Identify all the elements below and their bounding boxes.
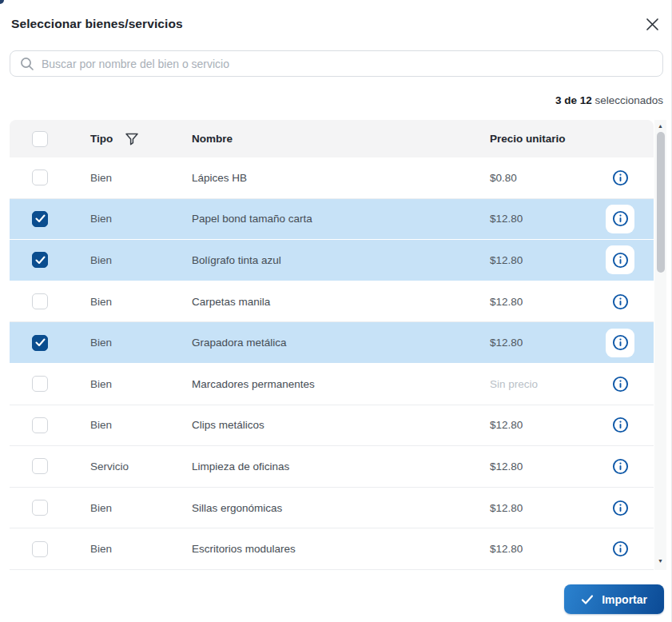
checkmark-icon [35, 214, 46, 223]
info-button[interactable] [606, 369, 634, 398]
row-tipo: Bien [90, 543, 192, 555]
row-precio: Sin precio [490, 378, 587, 390]
corner-artifact [0, 0, 4, 4]
row-nombre: Sillas ergonómicas [192, 502, 490, 514]
info-button[interactable] [606, 205, 634, 233]
row-precio: $12.80 [490, 543, 587, 555]
select-all-checkbox[interactable] [32, 131, 48, 147]
filter-icon[interactable] [125, 132, 139, 146]
row-precio: $12.80 [490, 419, 587, 431]
table-row[interactable]: Bien Carpetas manila $12.80 [10, 281, 654, 323]
row-nombre: Marcadores permanentes [192, 378, 490, 390]
header-tipo: Tipo [90, 132, 192, 146]
info-icon [612, 252, 629, 269]
row-checkbox[interactable] [32, 376, 48, 392]
import-button[interactable]: Importar [564, 584, 664, 614]
info-button[interactable] [606, 163, 634, 192]
checkmark-icon [35, 256, 46, 265]
row-checkbox[interactable] [32, 541, 48, 557]
row-precio: $12.80 [490, 254, 587, 266]
row-tipo: Bien [90, 172, 192, 184]
row-precio: $12.80 [490, 337, 587, 349]
table-row[interactable]: Bien Bolígrafo tinta azul $12.80 [10, 240, 654, 281]
row-nombre: Grapadora metálica [192, 337, 490, 349]
selection-count: 3 de 12 [555, 94, 592, 106]
table-row[interactable]: Bien Lápices HB $0.80 [10, 157, 654, 199]
header-nombre: Nombre [192, 133, 490, 145]
info-icon [612, 500, 629, 516]
table-row[interactable]: Servicio Limpieza de oficinas $12.80 [10, 446, 654, 488]
check-icon [581, 594, 594, 605]
search-input[interactable] [42, 58, 653, 70]
info-icon [612, 458, 629, 475]
info-icon [612, 417, 629, 433]
table-row[interactable]: Bien Grapadora metálica $12.80 [10, 322, 654, 364]
select-goods-modal: Seleccionar bienes/servicios 3 de 12 sel… [0, 0, 672, 622]
row-checkbox[interactable] [32, 500, 48, 516]
items-table: Tipo Nombre Precio unitario Bien Lápices… [10, 120, 654, 570]
info-button[interactable] [606, 535, 634, 564]
row-nombre: Lápices HB [192, 172, 490, 184]
row-precio: $12.80 [490, 461, 587, 472]
row-nombre: Escritorios modulares [192, 543, 490, 555]
row-precio: $12.80 [490, 296, 587, 308]
row-tipo: Bien [90, 378, 192, 390]
table-row[interactable]: Bien Escritorios modulares $12.80 [10, 528, 654, 570]
row-precio: $12.80 [490, 502, 587, 514]
header-tipo-label: Tipo [90, 133, 113, 145]
info-button[interactable] [606, 245, 634, 274]
row-nombre: Papel bond tamaño carta [192, 213, 490, 225]
row-checkbox[interactable] [32, 458, 48, 474]
selection-summary: 3 de 12 seleccionados [555, 94, 663, 106]
info-icon [612, 169, 629, 186]
info-icon [612, 210, 629, 227]
scroll-down-icon[interactable]: ▼ [654, 557, 666, 565]
row-tipo: Bien [90, 213, 192, 225]
info-button[interactable] [606, 411, 634, 440]
row-checkbox[interactable] [32, 252, 48, 268]
row-tipo: Bien [90, 337, 192, 349]
checkmark-icon [35, 338, 46, 347]
search-box[interactable] [10, 50, 663, 77]
vertical-scrollbar[interactable]: ▲ ▼ [654, 120, 666, 570]
table-row[interactable]: Bien Sillas ergonómicas $12.80 [10, 488, 654, 529]
info-button[interactable] [606, 329, 634, 357]
row-tipo: Bien [90, 296, 192, 308]
row-checkbox[interactable] [32, 417, 48, 433]
row-checkbox[interactable] [32, 335, 48, 351]
modal-title: Seleccionar bienes/servicios [11, 17, 183, 31]
row-nombre: Bolígrafo tinta azul [192, 254, 490, 266]
info-icon [612, 376, 629, 393]
row-checkbox[interactable] [32, 293, 48, 309]
row-tipo: Bien [90, 502, 192, 514]
info-icon [612, 334, 629, 351]
info-button[interactable] [606, 287, 634, 316]
scroll-up-icon[interactable]: ▲ [654, 122, 666, 130]
row-nombre: Clips metálicos [192, 419, 490, 431]
row-nombre: Carpetas manila [192, 296, 490, 308]
import-button-label: Importar [602, 593, 647, 606]
close-button[interactable] [642, 14, 662, 34]
row-precio: $0.80 [490, 172, 587, 184]
info-button[interactable] [606, 493, 634, 522]
table-body: Bien Lápices HB $0.80 Bien Papel bond ta… [10, 157, 654, 570]
close-icon [646, 18, 659, 31]
table-row[interactable]: Bien Marcadores permanentes Sin precio [10, 364, 654, 405]
row-checkbox[interactable] [32, 169, 48, 185]
table-row[interactable]: Bien Papel bond tamaño carta $12.80 [10, 199, 654, 241]
table-header-row: Tipo Nombre Precio unitario [10, 120, 654, 157]
info-button[interactable] [606, 452, 634, 480]
search-icon [20, 57, 34, 71]
row-checkbox[interactable] [32, 211, 48, 227]
info-icon [612, 540, 629, 557]
row-nombre: Limpieza de oficinas [192, 461, 490, 472]
row-precio: $12.80 [490, 213, 587, 225]
selection-label: seleccionados [592, 94, 663, 106]
header-precio: Precio unitario [490, 133, 587, 145]
scrollbar-thumb[interactable] [657, 132, 665, 273]
info-icon [612, 293, 629, 310]
table-row[interactable]: Bien Clips metálicos $12.80 [10, 405, 654, 447]
row-tipo: Bien [90, 419, 192, 431]
row-tipo: Bien [90, 254, 192, 266]
row-tipo: Servicio [90, 461, 192, 472]
